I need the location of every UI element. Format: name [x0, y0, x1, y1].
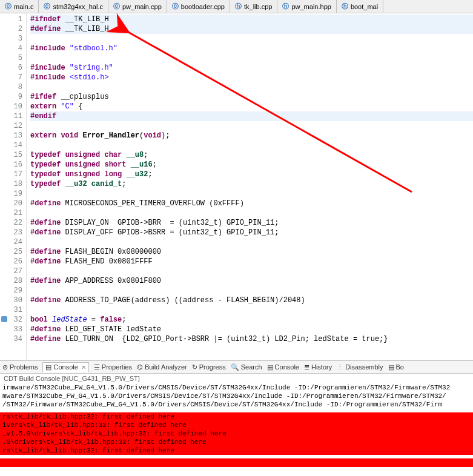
code-line[interactable]: #define DISPLAY_OFF GPIOB->BSRR = (uint3…	[30, 228, 473, 237]
code-line[interactable]: #define MICROSECONDS_PER_TIMER0_OVERFLOW…	[30, 199, 473, 208]
line-number: 22	[0, 218, 22, 228]
editor-tab[interactable]: ⓗtk_lib.cpp	[230, 0, 277, 13]
line-number: 6	[0, 63, 22, 73]
code-line[interactable]: typedef __u32 canid_t;	[30, 179, 473, 189]
code-line[interactable]: #define LED_GET_STATE ledState	[30, 325, 473, 334]
line-number: 27	[0, 266, 22, 276]
panel-tab[interactable]: ≣History	[304, 363, 332, 371]
code-line[interactable]	[30, 237, 473, 247]
line-number: 17	[0, 170, 22, 179]
line-number: 24	[0, 237, 22, 247]
file-c-icon: ⓒ	[113, 2, 120, 11]
line-number: 34	[0, 334, 22, 344]
tab-label: pw_main.cpp	[122, 3, 162, 10]
panel-tab[interactable]: ⋮Disassembly	[337, 363, 383, 371]
line-number: 10	[0, 102, 22, 111]
editor-tab[interactable]: ⓒbootloader.cpp	[167, 0, 230, 13]
code-line[interactable]	[30, 140, 473, 150]
code-line[interactable]: #define DISPLAY_ON GPIOB->BRR = (uint32_…	[30, 218, 473, 228]
panel-tab[interactable]: ↻Progress	[192, 363, 226, 371]
code-line[interactable]: typedef unsigned char __u8;	[30, 150, 473, 160]
panel-tab-icon: ≣	[304, 363, 309, 371]
code-line[interactable]	[30, 121, 473, 131]
panel-tab-label: Console	[275, 363, 299, 371]
line-number: 18	[0, 179, 22, 189]
code-line[interactable]	[30, 305, 473, 315]
console-error-line: _v1.5.0\drivers\tk_lib/tk_lib.hpp:32: fi…	[0, 429, 473, 438]
code-line[interactable]: #define LED_TURN_ON {LD2_GPIO_Port->BSRR…	[30, 334, 473, 344]
code-line[interactable]: #define FLASH_END 0x0801FFFF	[30, 257, 473, 266]
code-line[interactable]: typedef unsigned short __u16;	[30, 160, 473, 170]
console-output[interactable]: irmware/STM32Cube_FW_G4_V1.5.0/Drivers/C…	[0, 383, 473, 474]
panel-tab-label: Search	[241, 363, 262, 371]
file-h-icon: ⓗ	[235, 2, 242, 11]
panel-tab-icon: ⋮	[337, 363, 343, 371]
code-line[interactable]	[30, 34, 473, 44]
editor-tab[interactable]: ⓗboot_mai	[337, 0, 383, 13]
editor-tab[interactable]: ⓒstm32g4xx_hal.c	[39, 0, 108, 13]
console-line: irmware/STM32Cube_FW_G4_V1.5.0/Drivers/C…	[0, 383, 473, 392]
panel-tab[interactable]: ▤Console	[267, 363, 299, 371]
line-number: 16	[0, 160, 22, 170]
line-number: 2	[0, 24, 22, 34]
code-line[interactable]: #include "string.h"	[30, 63, 473, 73]
code-line[interactable]	[30, 286, 473, 296]
panel-tab[interactable]: ▤Console✕	[42, 362, 88, 372]
panel-tab-label: Progress	[199, 363, 226, 371]
code-line[interactable]: #ifdef __cplusplus	[30, 92, 473, 102]
line-gutter: 1234567891011121314151617181920212223242…	[0, 13, 27, 360]
line-number: 33	[0, 325, 22, 334]
line-number: 3	[0, 34, 22, 44]
line-number: 13	[0, 131, 22, 140]
panel-tab-icon: ▤	[388, 363, 394, 371]
code-line[interactable]: #include <stdio.h>	[30, 73, 473, 82]
panel-tab[interactable]: ▤Bo	[388, 363, 404, 371]
editor-tab[interactable]: ⓒmain.c	[0, 0, 39, 13]
tab-label: stm32g4xx_hal.c	[53, 3, 103, 10]
tab-label: tk_lib.cpp	[244, 3, 272, 10]
console-title: CDT Build Console [NUC_G431_RB_PW_ST]	[0, 374, 473, 383]
code-line[interactable]: #ifndef __TK_LIB_H	[30, 15, 473, 24]
code-line[interactable]: #define APP_ADDRESS 0x0801F800	[30, 276, 473, 286]
panel-tab[interactable]: 🔍Search	[231, 363, 262, 371]
code-area[interactable]: #ifndef __TK_LIB_H#define __TK_LIB_H#inc…	[27, 13, 473, 360]
console-line: /STM32/Firmware/STM32Cube_FW_G4_V1.5.0/D…	[0, 400, 473, 409]
line-number: 30	[0, 296, 22, 305]
code-line[interactable]: #endif	[30, 111, 473, 121]
line-number: 23	[0, 228, 22, 237]
close-icon[interactable]: ✕	[81, 364, 86, 371]
line-number: 7	[0, 73, 22, 82]
file-c-icon: ⓒ	[5, 2, 12, 11]
file-h-icon: ⓗ	[282, 2, 289, 11]
code-line[interactable]: #define FLASH_BEGIN 0x08000000	[30, 247, 473, 257]
line-number: 19	[0, 189, 22, 199]
editor-tab[interactable]: ⓒpw_main.cpp	[108, 0, 167, 13]
panel-tab[interactable]: ⊘Problems	[2, 363, 38, 371]
code-line[interactable]	[30, 82, 473, 92]
editor-tab[interactable]: ⓗpw_main.hpp	[277, 0, 336, 13]
line-number: 25	[0, 247, 22, 257]
code-line[interactable]	[30, 208, 473, 218]
line-number: 20	[0, 199, 22, 208]
file-c-icon: ⓒ	[44, 2, 50, 11]
code-line[interactable]: #include "stdbool.h"	[30, 44, 473, 53]
console-error-bar	[0, 458, 473, 467]
code-line[interactable]: typedef unsigned long __u32;	[30, 170, 473, 179]
line-number: 31	[0, 305, 22, 315]
code-line[interactable]: bool ledState = false;	[30, 315, 473, 325]
code-line[interactable]: extern void Error_Handler(void);	[30, 131, 473, 140]
line-number: 26	[0, 257, 22, 266]
code-line[interactable]	[30, 189, 473, 199]
console-line: mware/STM32Cube_FW_G4_V1.5.0/Drivers/CMS…	[0, 392, 473, 400]
code-line[interactable]	[30, 53, 473, 63]
panel-tab[interactable]: ⌬Build Analyzer	[137, 363, 187, 371]
panel-tab-label: Properties	[102, 363, 132, 371]
code-line[interactable]	[30, 266, 473, 276]
tab-label: pw_main.hpp	[291, 3, 331, 10]
panel-tab-icon: ⌬	[137, 363, 143, 371]
code-line[interactable]: #define ADDRESS_TO_PAGE(address) ((addre…	[30, 296, 473, 305]
code-line[interactable]: #define __TK_LIB_H	[30, 24, 473, 34]
line-number: 1	[0, 15, 22, 24]
panel-tab[interactable]: ☰Properties	[94, 363, 132, 371]
code-line[interactable]: extern "C" {	[30, 102, 473, 111]
